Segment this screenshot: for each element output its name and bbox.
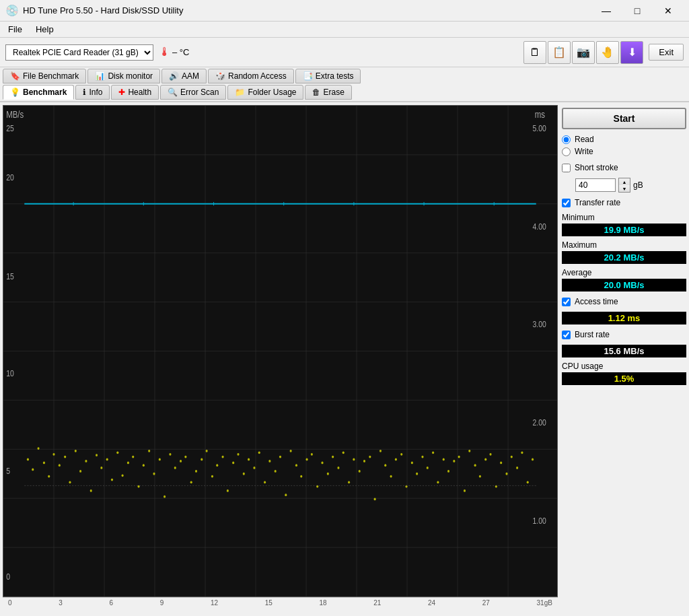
- tab-health[interactable]: ✚ Health: [111, 85, 159, 100]
- write-label: Write: [575, 147, 593, 156]
- drive-select[interactable]: Realtek PCIE Card Reader (31 gB): [5, 44, 153, 61]
- access-time-checkbox[interactable]: [562, 298, 571, 306]
- spin-up-button[interactable]: ▲: [619, 178, 630, 185]
- stroke-spinbox[interactable]: [575, 178, 616, 192]
- tab-random-access[interactable]: 🎲 Random Access: [208, 69, 294, 83]
- x-label-0: 0: [8, 599, 12, 607]
- minimize-button[interactable]: —: [591, 0, 622, 22]
- svg-point-137: [532, 458, 534, 460]
- svg-point-111: [395, 458, 397, 460]
- read-radio[interactable]: [562, 135, 571, 144]
- temp-value: – °C: [172, 47, 189, 57]
- tab-aam[interactable]: 🔊 AAM: [161, 69, 207, 83]
- svg-point-57: [111, 479, 113, 481]
- svg-point-136: [527, 481, 529, 483]
- svg-point-80: [232, 462, 234, 465]
- start-button[interactable]: Start: [562, 108, 686, 129]
- write-radio[interactable]: [562, 147, 571, 156]
- svg-point-64: [148, 450, 150, 452]
- x-label-15: 15: [265, 599, 273, 607]
- tab-info[interactable]: ℹ Info: [75, 85, 110, 100]
- exit-button[interactable]: Exit: [649, 44, 684, 61]
- tab-benchmark[interactable]: 💡 Benchmark: [3, 85, 74, 100]
- minimum-section: Minimum 19.9 MB/s: [562, 213, 686, 236]
- svg-point-100: [337, 467, 339, 469]
- app-icon: 💿: [5, 4, 19, 17]
- benchmark-chart: MB/s 25 20 15 10 5 0 ms 5.00 4.00 3.00 2…: [3, 105, 558, 597]
- help-menu[interactable]: Help: [30, 23, 59, 36]
- title-bar: 💿 HD Tune Pro 5.50 - Hard Disk/SSD Utili…: [0, 0, 689, 22]
- svg-point-105: [363, 460, 365, 463]
- hand-icon-btn[interactable]: 🤚: [596, 41, 619, 64]
- maximum-section: Maximum 20.2 MB/s: [562, 240, 686, 264]
- short-stroke-checkbox[interactable]: [562, 164, 571, 172]
- short-stroke-label[interactable]: Short stroke: [562, 163, 686, 172]
- burst-rate-label[interactable]: Burst rate: [562, 330, 686, 339]
- info-icon: ℹ: [83, 88, 86, 97]
- read-radio-label[interactable]: Read: [562, 135, 686, 144]
- svg-point-85: [258, 451, 260, 454]
- svg-point-97: [321, 462, 323, 465]
- tab-extra-tests[interactable]: 📑 Extra tests: [295, 69, 361, 83]
- svg-point-127: [479, 475, 481, 478]
- svg-point-129: [489, 453, 491, 456]
- close-button[interactable]: ✕: [653, 0, 684, 22]
- tab-erase[interactable]: 🗑 Erase: [305, 85, 351, 100]
- svg-text:5: 5: [6, 467, 10, 475]
- burst-rate-checkbox[interactable]: [562, 331, 571, 339]
- svg-point-124: [464, 489, 466, 492]
- svg-point-54: [96, 454, 98, 456]
- tab-file-benchmark[interactable]: 🔖 File Benchmark: [3, 69, 86, 83]
- file-menu[interactable]: File: [3, 23, 28, 36]
- svg-point-41: [27, 458, 29, 460]
- random-access-icon: 🎲: [215, 71, 225, 81]
- maximize-button[interactable]: □: [622, 0, 653, 22]
- burst-rate-section: 15.6 MB/s: [562, 345, 686, 357]
- x-label-3: 3: [59, 599, 63, 607]
- svg-point-118: [432, 451, 434, 454]
- minimum-value: 19.9 MB/s: [562, 224, 686, 236]
- access-time-label[interactable]: Access time: [562, 297, 686, 306]
- erase-icon: 🗑: [312, 88, 320, 97]
- svg-point-86: [264, 481, 266, 483]
- svg-point-70: [180, 460, 182, 463]
- copy-icon-btn[interactable]: 🗒: [523, 41, 546, 64]
- svg-point-66: [159, 458, 161, 460]
- svg-point-72: [190, 481, 192, 483]
- spinbox-row: ▲ ▼ gB: [562, 178, 686, 193]
- svg-point-74: [201, 458, 203, 460]
- svg-point-67: [164, 495, 166, 498]
- svg-point-56: [106, 458, 108, 460]
- svg-point-114: [411, 462, 413, 465]
- svg-point-120: [443, 458, 445, 460]
- health-icon: ✚: [118, 88, 125, 97]
- tab-disk-monitor[interactable]: 📊 Disk monitor: [87, 69, 160, 83]
- svg-point-90: [285, 493, 287, 496]
- access-time-text: Access time: [575, 297, 618, 306]
- svg-point-79: [227, 489, 229, 492]
- tab-bar: 🔖 File Benchmark 📊 Disk monitor 🔊 AAM 🎲 …: [0, 67, 689, 102]
- tab-folder-usage[interactable]: 📁 Folder Usage: [227, 85, 303, 100]
- spin-down-button[interactable]: ▼: [619, 185, 630, 192]
- svg-point-94: [306, 458, 308, 460]
- svg-point-135: [521, 451, 523, 454]
- tab-error-scan[interactable]: 🔍 Error Scan: [160, 85, 226, 100]
- svg-text:ms: ms: [535, 110, 545, 120]
- write-radio-label[interactable]: Write: [562, 147, 686, 156]
- document-icon-btn[interactable]: 📋: [548, 41, 571, 64]
- average-value: 20.0 MB/s: [562, 279, 686, 292]
- chart-x-labels: 0 3 6 9 12 15 18 21 24 27 31gB: [3, 597, 558, 608]
- transfer-rate-checkbox[interactable]: [562, 199, 571, 207]
- camera-icon-btn[interactable]: 📷: [572, 41, 595, 64]
- read-write-group: Read Write: [562, 133, 686, 158]
- short-stroke-text: Short stroke: [575, 163, 618, 172]
- svg-text:5.00: 5.00: [533, 124, 546, 133]
- svg-point-121: [447, 470, 449, 473]
- download-icon-btn[interactable]: ⬇: [620, 41, 643, 64]
- transfer-rate-label[interactable]: Transfer rate: [562, 198, 686, 207]
- svg-point-117: [427, 467, 429, 469]
- right-panel: Start Read Write Short stroke ▲ ▼ gB: [562, 105, 686, 608]
- svg-point-126: [474, 464, 476, 467]
- error-scan-icon: 🔍: [168, 88, 178, 97]
- svg-point-91: [290, 450, 292, 452]
